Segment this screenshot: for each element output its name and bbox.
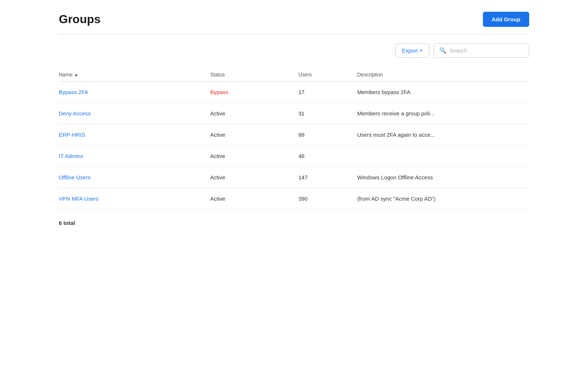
cell-name-2: ERP-HRIS — [59, 132, 206, 138]
col-name-label: Name — [59, 72, 72, 78]
table-body: Bypass 2FA Bypass 17 Members bypass 2FA … — [59, 82, 529, 209]
cell-name-5: VPN MFA Users — [59, 196, 206, 202]
cell-status-1: Active — [206, 110, 294, 116]
cell-users-4: 147 — [294, 174, 353, 180]
cell-name-1: Deny Access — [59, 110, 206, 116]
group-link-2[interactable]: ERP-HRIS — [59, 132, 85, 138]
search-container: 🔍 — [434, 43, 529, 58]
cell-name-4: Offline Users — [59, 174, 206, 180]
sort-asc-icon: ▲ — [74, 72, 78, 77]
group-link-3[interactable]: IT Admins — [59, 153, 83, 159]
table-row: Offline Users Active 147 Windows Logon O… — [59, 167, 529, 188]
cell-description-2: Users must 2FA again to acce... — [353, 132, 529, 138]
groups-table: Name ▲ Status Users Description Bypass 2… — [59, 68, 529, 226]
group-link-1[interactable]: Deny Access — [59, 110, 91, 116]
cell-status-0: Bypass — [206, 89, 294, 95]
header-divider — [59, 34, 529, 35]
col-header-users[interactable]: Users — [294, 72, 353, 78]
cell-users-3: 46 — [294, 153, 353, 159]
page-container: Groups Add Group Export ▾ 🔍 Name ▲ Statu… — [44, 0, 544, 238]
cell-name-3: IT Admins — [59, 153, 206, 159]
cell-users-1: 31 — [294, 110, 353, 116]
col-header-status[interactable]: Status — [206, 72, 294, 78]
group-link-5[interactable]: VPN MFA Users — [59, 196, 98, 202]
add-group-button[interactable]: Add Group — [483, 12, 529, 27]
cell-status-2: Active — [206, 132, 294, 138]
page-header: Groups Add Group — [59, 12, 529, 27]
table-row: ERP-HRIS Active 88 Users must 2FA again … — [59, 124, 529, 146]
toolbar: Export ▾ 🔍 — [59, 43, 529, 58]
table-row: VPN MFA Users Active 390 (from AD sync "… — [59, 188, 529, 209]
table-row: IT Admins Active 46 — [59, 146, 529, 167]
col-header-description: Description — [353, 72, 529, 78]
table-header-row: Name ▲ Status Users Description — [59, 68, 529, 82]
cell-users-2: 88 — [294, 132, 353, 138]
search-icon: 🔍 — [439, 47, 447, 54]
cell-status-4: Active — [206, 174, 294, 180]
cell-description-0: Members bypass 2FA — [353, 89, 529, 95]
table-row: Deny Access Active 31 Members receive a … — [59, 103, 529, 124]
cell-description-1: Members receive a group poli... — [353, 110, 529, 116]
export-label: Export — [402, 47, 418, 54]
cell-description-5: (from AD sync "Acme Corp AD") — [353, 196, 529, 202]
col-header-name[interactable]: Name ▲ — [59, 72, 206, 78]
group-link-0[interactable]: Bypass 2FA — [59, 89, 88, 95]
chevron-down-icon: ▾ — [420, 48, 422, 53]
table-footer: 6 total — [59, 220, 529, 226]
cell-users-5: 390 — [294, 196, 353, 202]
group-link-4[interactable]: Offline Users — [59, 174, 90, 180]
cell-status-5: Active — [206, 196, 294, 202]
cell-status-3: Active — [206, 153, 294, 159]
export-button[interactable]: Export ▾ — [395, 43, 429, 58]
table-row: Bypass 2FA Bypass 17 Members bypass 2FA — [59, 82, 529, 103]
total-label: 6 total — [59, 220, 75, 226]
cell-description-4: Windows Logon Offline Access — [353, 174, 529, 180]
page-title: Groups — [59, 12, 101, 26]
cell-users-0: 17 — [294, 89, 353, 95]
cell-name-0: Bypass 2FA — [59, 89, 206, 95]
search-input[interactable] — [449, 47, 524, 54]
